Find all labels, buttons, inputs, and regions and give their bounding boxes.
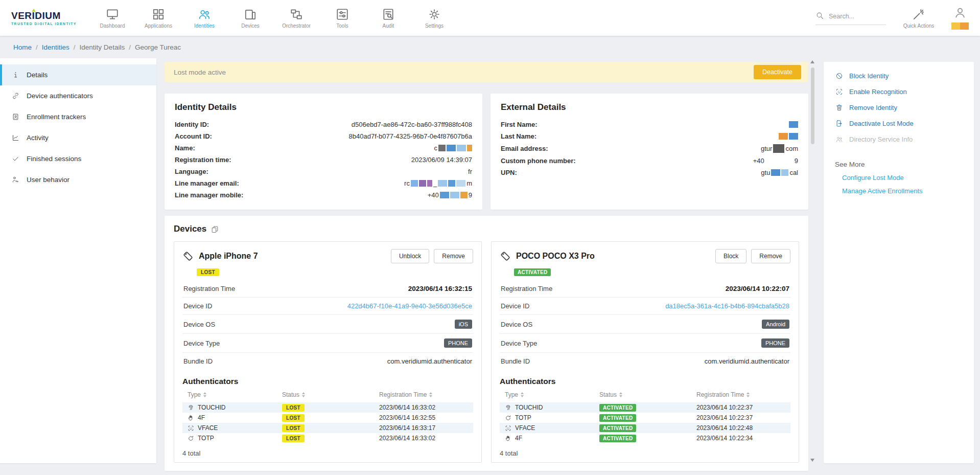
authenticator-row[interactable]: TOUCHID ACTIVATED 2023/06/14 10:22:37 — [500, 402, 790, 413]
authenticator-row[interactable]: 4F ACTIVATED 2023/06/14 10:22:34 — [500, 433, 790, 443]
breadcrumb-home[interactable]: Home — [13, 43, 32, 51]
veridium-logo[interactable]: VERIDIUM TRUSTED DIGITAL IDENTITY — [11, 10, 79, 26]
scroll-thumb[interactable] — [811, 67, 814, 144]
device-id-link[interactable]: da18ec5a-361a-4c16-b4b6-894cbafa5b28 — [665, 302, 789, 310]
device-actions: Block Remove — [715, 249, 790, 263]
unblock-device-button[interactable]: Unblock — [391, 249, 429, 263]
redaction-block — [771, 169, 780, 176]
action-block-identity[interactable]: Block Identity — [824, 68, 974, 84]
field-last-name: Last Name: — [501, 130, 798, 142]
main-scrollbar[interactable] — [809, 58, 815, 464]
sidebar-item-details[interactable]: Details — [0, 64, 156, 85]
sort-icon[interactable] — [619, 392, 622, 397]
column-header-type[interactable]: Type — [188, 391, 282, 398]
sort-icon[interactable] — [746, 392, 750, 397]
device-type-badge: PHONE — [444, 338, 472, 348]
authenticator-row[interactable]: TOUCHID LOST 2023/06/14 16:33:02 — [182, 402, 473, 413]
action-deactivate-lost-mode[interactable]: Deactivate Lost Mode — [824, 116, 974, 131]
sort-icon[interactable] — [302, 392, 305, 397]
sort-icon[interactable] — [521, 392, 524, 397]
sidebar-item-activity[interactable]: Activity — [0, 127, 156, 148]
action-label: Deactivate Lost Mode — [849, 120, 914, 127]
brand-tagline: TRUSTED DIGITAL IDENTITY — [11, 22, 79, 26]
scroll-up-arrow[interactable] — [810, 60, 814, 63]
authenticator-row[interactable]: VFACE LOST 2023/06/14 16:33:17 — [182, 423, 473, 433]
column-header-status[interactable]: Status — [599, 391, 696, 398]
authenticators-table-header: Type Status Registration Time — [182, 391, 473, 402]
column-header-registration-time[interactable]: Registration Time — [379, 391, 473, 398]
nav-orchestrator[interactable]: Orchestrator — [280, 7, 313, 29]
nav-identities[interactable]: Identities — [188, 7, 221, 29]
column-header-registration-time[interactable]: Registration Time — [696, 391, 790, 398]
fingerprint-icon — [505, 404, 511, 411]
redaction-block — [419, 180, 426, 187]
column-header-type[interactable]: Type — [505, 391, 599, 398]
devices-section: Devices Apple iPhone 7 Unblock Remove — [165, 216, 808, 471]
breadcrumb: Home / Identities / Identity Details / G… — [0, 36, 980, 58]
nav-label: Audit — [383, 23, 394, 29]
nav-dashboard[interactable]: Dashboard — [96, 7, 129, 29]
nav-devices[interactable]: Devices — [234, 7, 267, 29]
device-status-row: LOST — [197, 267, 473, 276]
identity-details-card: Identity Details Identity ID: d506ebd7-a… — [165, 94, 482, 210]
field-value: 8b40ad7f-b077-4325-96b7-0e4f87607b6a — [349, 132, 472, 140]
action-label: Directory Service Info — [849, 135, 913, 143]
chart-line-icon — [11, 134, 20, 142]
link-manage-active-enrollments[interactable]: Manage Active Enrollments — [824, 182, 974, 195]
redacted-value — [789, 121, 798, 128]
action-enable-recognition[interactable]: Enable Recognition — [824, 84, 974, 100]
search-icon — [815, 11, 824, 22]
sort-icon[interactable] — [203, 392, 206, 397]
trash-icon — [835, 104, 844, 111]
face-scan-icon — [505, 425, 511, 432]
card-title: Identity Details — [175, 102, 472, 112]
redacted-value: gtu cal — [761, 169, 798, 176]
redaction-block — [427, 180, 432, 187]
action-remove-identity[interactable]: Remove Identity — [824, 100, 974, 116]
authenticator-row[interactable]: VFACE ACTIVATED 2023/06/14 10:22:48 — [500, 423, 790, 433]
nav-applications[interactable]: Applications — [142, 7, 175, 29]
search-input[interactable] — [829, 13, 886, 20]
remove-device-button[interactable]: Remove — [434, 249, 473, 263]
redaction-block — [789, 121, 798, 128]
breadcrumb-identities[interactable]: Identities — [42, 43, 69, 51]
sidebar-item-user-behavior[interactable]: User behavior — [0, 169, 156, 190]
user-menu[interactable] — [951, 6, 969, 30]
search-box[interactable] — [815, 11, 886, 25]
device-row-bundle-id: Bundle ID com.veridiumid.authenticator — [500, 352, 790, 370]
link-configure-lost-mode[interactable]: Configure Lost Mode — [824, 168, 974, 182]
topnav-right: Quick Actions — [815, 6, 969, 30]
quick-actions-button[interactable]: Quick Actions — [902, 7, 935, 29]
flow-icon — [290, 7, 303, 21]
authenticator-row[interactable]: TOTP ACTIVATED 2023/06/14 10:22:37 — [500, 413, 790, 423]
device-row-device-os: Device OS Android — [500, 314, 790, 333]
device-name: Apple iPhone 7 — [199, 252, 258, 261]
device-id-link[interactable]: 422d4b67-f10e-41a9-9e40-3e56d036e5ce — [347, 302, 472, 310]
redacted-username — [951, 22, 969, 30]
auth-status-badge: LOST — [282, 414, 305, 422]
remove-device-button[interactable]: Remove — [751, 249, 790, 263]
nav-settings[interactable]: Settings — [418, 7, 451, 29]
auth-time: 2023/06/14 10:22:37 — [696, 404, 790, 411]
sort-icon[interactable] — [429, 392, 432, 397]
deactivate-lost-mode-button[interactable]: Deactivate — [754, 65, 801, 79]
totp-refresh-icon — [505, 415, 511, 421]
device-row-device-os: Device OS iOS — [182, 314, 473, 333]
nav-audit[interactable]: Audit — [372, 7, 405, 29]
sidebar-item-device-authenticators[interactable]: Device authenticators — [0, 85, 156, 106]
column-header-status[interactable]: Status — [282, 391, 379, 398]
field-account-id: Account ID: 8b40ad7f-b077-4325-96b7-0e4f… — [175, 130, 472, 142]
authenticator-row[interactable]: 4F LOST 2023/06/14 16:32:55 — [182, 413, 473, 423]
copy-icon[interactable] — [211, 225, 219, 233]
authenticator-row[interactable]: TOTP LOST 2023/06/14 16:33:02 — [182, 433, 473, 443]
checkmark-icon — [11, 155, 20, 163]
nav-tools[interactable]: Tools — [326, 7, 359, 29]
auth-status-badge: LOST — [282, 424, 305, 432]
nav-label: Orchestrator — [282, 23, 311, 29]
sidebar-item-label: Activity — [27, 134, 49, 142]
sidebar-item-enrollment-trackers[interactable]: Enrollment trackers — [0, 106, 156, 127]
sidebar-item-finished-sessions[interactable]: Finished sessions — [0, 148, 156, 169]
scroll-down-arrow[interactable] — [810, 459, 814, 462]
device-row-registration-time: Registration Time 2023/06/14 10:22:07 — [500, 280, 790, 297]
block-device-button[interactable]: Block — [715, 249, 746, 263]
